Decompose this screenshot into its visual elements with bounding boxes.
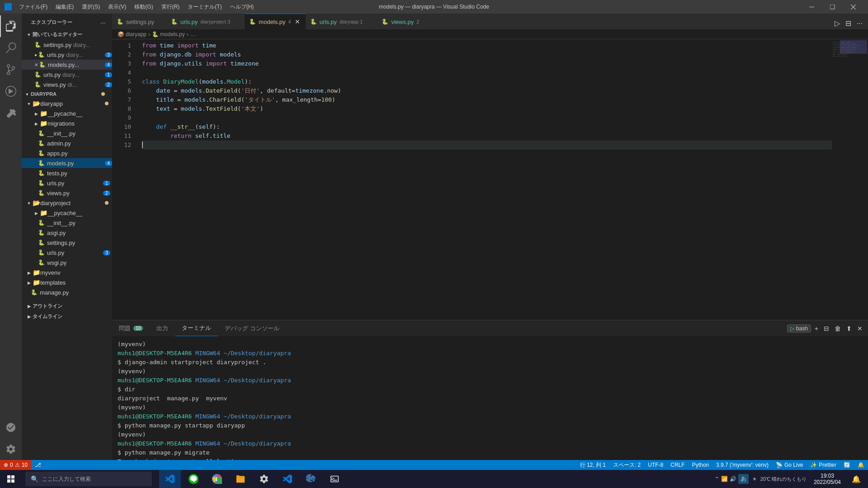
taskbar-vscode-icon[interactable] [159,470,181,488]
taskbar-show-hidden[interactable]: ⌃ [715,476,719,482]
diarypra-header[interactable]: DIARYPRA [22,89,112,99]
taskbar-volume[interactable]: 🔊 [730,476,736,482]
status-errors[interactable]: ⊗ 0 ⚠ 10 [0,460,31,470]
activity-search[interactable] [0,37,22,59]
kill-terminal-btn[interactable]: 🗑 [833,323,843,334]
taskbar-chrome-icon[interactable] [206,470,228,488]
open-editor-models[interactable]: ✕ 🐍 models.py... 4 [22,60,112,70]
settings-py-file[interactable]: 🐍 settings.py [22,238,112,248]
diaryapp-folder[interactable]: 📂 diaryapp [22,99,112,108]
status-language[interactable]: Python [689,460,712,470]
status-sync[interactable]: 🔄 [840,460,854,470]
menu-run[interactable]: 実行(R) [158,2,184,12]
tab-views-diaryapp[interactable]: 🐍 views.py 2 ✕ [377,14,434,29]
status-golive[interactable]: 📡 Go Live [772,460,807,470]
taskbar-vscode2-icon[interactable] [277,470,298,488]
close-panel-btn[interactable]: ✕ [855,323,864,334]
activity-settings[interactable] [0,438,22,460]
shell-selector[interactable]: ▷ bash [787,324,811,333]
panel-tab-output[interactable]: 出力 [150,320,175,336]
breadcrumb-diaryapp[interactable]: 📦diaryapp [118,31,146,38]
taskbar-python-icon[interactable] [300,470,322,488]
panel-tab-terminal[interactable]: ターミナル [175,320,218,336]
more-actions-btn[interactable]: ··· [855,18,864,29]
myvenv-folder[interactable]: 📁 myvenv [22,267,112,277]
models-py-file[interactable]: 🐍 models.py 4 [22,158,112,168]
diaryproject-pycache[interactable]: 📁 __pycache__ [22,208,112,218]
diaryproject-init[interactable]: 🐍 __init__.py [22,218,112,228]
panel-tab-problems[interactable]: 問題 10 [112,320,150,336]
open-editor-urls-diaryapp[interactable]: 🐍 urls.py diary... 1 [22,70,112,80]
menu-view[interactable]: 表示(V) [104,2,130,12]
pycache-folder[interactable]: 📁 __pycache__ [22,108,112,118]
menu-go[interactable]: 移動(G) [131,2,156,12]
activity-source-control[interactable] [0,59,22,80]
wsgi-py-file[interactable]: 🐍 wsgi.py [22,258,112,267]
menu-help[interactable]: ヘルプ(H) [226,2,258,12]
code-content[interactable]: from time import time from django.db imp… [135,39,832,320]
open-editor-views[interactable]: 🐍 views.py di... 2 [22,80,112,89]
close-button[interactable] [843,0,863,14]
apps-py-file[interactable]: 🐍 apps.py [22,148,112,158]
status-spaces[interactable]: スペース: 2 [609,460,644,470]
breadcrumb-more[interactable]: … [190,31,196,38]
menu-file[interactable]: ファイル(F) [15,2,51,12]
breadcrumb-models[interactable]: 🐍models.py [152,31,185,38]
taskbar-search-box[interactable]: 🔍 ここに入力して検索 [25,472,152,486]
sidebar-more-actions[interactable]: ··· [99,18,107,27]
open-editors-header[interactable]: 開いているエディター [22,29,112,40]
asgi-py-file[interactable]: 🐍 asgi.py [22,228,112,238]
taskbar-clock[interactable]: 19:03 2022/05/04 [810,473,844,485]
run-button[interactable]: ▷ [833,17,842,29]
activity-explorer[interactable] [0,15,22,37]
status-prettier[interactable]: ✨ Prettier [807,460,840,470]
menu-terminal[interactable]: ターミナル(T) [184,2,225,12]
tab-close-btn[interactable]: ✕ [294,17,301,26]
activity-extensions[interactable] [0,102,22,124]
taskbar-settings-icon[interactable] [253,470,275,488]
status-encoding[interactable]: UTF-8 [644,460,667,470]
taskbar-line-icon[interactable] [183,470,204,488]
status-position[interactable]: 行 12, 列 1 [576,460,609,470]
split-editor-btn[interactable]: ⊟ [844,17,853,29]
timeline-header[interactable]: タイムライン [22,311,112,322]
maximize-button[interactable] [822,0,843,14]
menu-bar[interactable]: ファイル(F) 編集(E) 選択(S) 表示(V) 移動(G) 実行(R) ター… [15,2,257,12]
status-line-ending[interactable]: CRLF [667,460,688,470]
taskbar-japanese-input[interactable]: あ [738,474,749,484]
taskbar-notifications[interactable]: 🔔 [848,475,864,483]
activity-run[interactable] [0,80,22,102]
tab-urls-diaryproject[interactable]: 🐍 urls.py diaryproject 3 ✕ [166,14,245,29]
urls-py-file[interactable]: 🐍 urls.py 1 [22,178,112,188]
migrations-folder[interactable]: 📁 migrations [22,118,112,128]
admin-py-file[interactable]: 🐍 admin.py [22,138,112,148]
diaryproject-urls[interactable]: 🐍 urls.py 3 [22,248,112,258]
taskbar-terminal-icon[interactable] [324,470,345,488]
manage-py-file[interactable]: 🐍 manage.py [22,287,112,297]
views-py-file[interactable]: 🐍 views.py 2 [22,188,112,198]
open-editor-urls-diary[interactable]: ● 🐍 urls.py diary... 3 [22,50,112,60]
activity-account[interactable] [0,417,22,438]
menu-edit[interactable]: 編集(E) [52,2,77,12]
panel-tab-debug[interactable]: デバッグ コンソール [218,320,286,336]
minimize-button[interactable] [801,0,822,14]
status-bell[interactable]: 🔔 [854,460,868,470]
tab-models-diaryapp[interactable]: 🐍 models.py 4 ✕ [245,14,305,29]
status-branch[interactable]: ⎇ [31,460,45,470]
terminal[interactable]: (myvenv) muhs1@DESKTOP-M5EA4R6 MINGW64 ~… [112,336,868,460]
maximize-panel-btn[interactable]: ⬆ [844,323,854,334]
status-python-version[interactable]: 3.9.7 ('myvenv': venv) [712,460,772,470]
diaryproject-folder[interactable]: 📂 diaryproject [22,198,112,208]
new-terminal-btn[interactable]: + [813,323,820,334]
menu-select[interactable]: 選択(S) [78,2,104,12]
code-editor[interactable]: 1 2 3 4 5 6 7 8 9 10 11 12 from time imp… [112,39,868,320]
start-button[interactable] [0,470,22,488]
taskbar-network[interactable]: 📶 [721,476,728,482]
tab-settings[interactable]: 🐍 settings.py [112,14,166,29]
split-terminal-btn[interactable]: ⊟ [822,323,831,334]
templates-folder[interactable]: 📁 templates [22,277,112,287]
outline-header[interactable]: アウトライン [22,301,112,311]
tests-py-file[interactable]: 🐍 tests.py [22,168,112,178]
open-editor-settings[interactable]: 🐍 settings.py diary... [22,40,112,50]
tab-urls-diaryapp[interactable]: 🐍 urls.py diaryapp 1 ✕ [306,14,377,29]
